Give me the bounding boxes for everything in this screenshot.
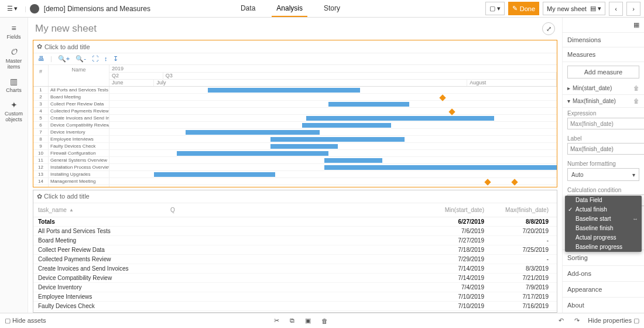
- milestone-icon[interactable]: [440, 94, 446, 101]
- gantt-bar[interactable]: [154, 172, 275, 177]
- col-task[interactable]: task_name: [38, 207, 67, 213]
- milestone-icon[interactable]: [448, 108, 455, 115]
- gantt-bar[interactable]: [328, 102, 409, 107]
- measure-max-finish[interactable]: ▾ Max(finish_date)🗑: [563, 95, 644, 108]
- chart-title-placeholder[interactable]: ✿ Click to add title: [33, 40, 557, 53]
- pivot-table[interactable]: ✿ Click to add title task_name ▲ Q Min(s…: [33, 190, 557, 313]
- table-row[interactable]: Board Meeting7/27/2019-: [33, 236, 557, 245]
- delete-icon[interactable]: 🗑: [633, 85, 639, 91]
- gantt-row[interactable]: 14Management Meeting: [33, 178, 557, 185]
- rail-master[interactable]: 𝓞Master items: [1, 43, 28, 73]
- area-data[interactable]: Data: [236, 1, 260, 17]
- add-measure-button[interactable]: Add measure: [567, 66, 639, 78]
- gantt-row[interactable]: 5Create Invoices and Send Invoices: [33, 115, 557, 122]
- gantt-row[interactable]: 8Employee Interviews: [33, 136, 557, 143]
- col-finish[interactable]: Max(finish_date): [490, 207, 554, 213]
- table-title-placeholder[interactable]: ✿ Click to add title: [33, 190, 557, 203]
- gantt-chart[interactable]: ✿ Click to add title 🖶| 🔍+ 🔍- ⛶ ↕ ↧ # Na…: [33, 40, 557, 187]
- expand-button[interactable]: ⤢: [542, 22, 555, 35]
- table-row[interactable]: All Ports and Services Tests7/6/20197/20…: [33, 227, 557, 236]
- redo-icon[interactable]: ↷: [572, 316, 582, 326]
- table-row[interactable]: Employee Interviews7/10/20197/17/2019: [33, 292, 557, 302]
- area-analysis[interactable]: Analysis: [272, 1, 307, 17]
- dropdown-option[interactable]: Actual finish: [565, 205, 642, 214]
- expression-input[interactable]: [567, 118, 644, 129]
- number-format-select[interactable]: Auto▾: [567, 168, 639, 181]
- gantt-row[interactable]: 3Collect Peer Review Data: [33, 101, 557, 108]
- rail-custom[interactable]: ✦Custom objects: [1, 97, 28, 126]
- gantt-bar[interactable]: [270, 144, 338, 149]
- gantt-row[interactable]: 4Collected Payments Review: [33, 108, 557, 115]
- done-button[interactable]: ✎ Done: [508, 2, 539, 15]
- gantt-bar[interactable]: [324, 158, 382, 163]
- custom-icon: ✦: [1, 100, 28, 110]
- zoom-in-icon[interactable]: 🔍+: [58, 55, 70, 63]
- gantt-bar[interactable]: [306, 116, 494, 121]
- collapse-all-icon[interactable]: ↧: [113, 55, 118, 63]
- gantt-row[interactable]: 6Device Compatibility Review: [33, 122, 557, 129]
- table-row[interactable]: Firewall Configuration7/3/20197/17/2019: [33, 311, 557, 312]
- milestone-icon[interactable]: [511, 179, 518, 185]
- fit-icon[interactable]: ⛶: [92, 55, 98, 63]
- col-start[interactable]: Min(start_date): [426, 207, 490, 213]
- gantt-row[interactable]: 9Faulty Devices Check: [33, 143, 557, 150]
- gantt-row[interactable]: 10Firewall Configuration: [33, 150, 557, 157]
- rail-charts[interactable]: ▥Charts: [1, 73, 28, 97]
- gantt-row[interactable]: 2Board Meeting: [33, 94, 557, 101]
- gantt-row[interactable]: 15Meeting: [33, 185, 557, 187]
- measure-min-start[interactable]: ▸ Min(start_date)🗑: [563, 82, 644, 95]
- gantt-row[interactable]: 13Installing Upgrades: [33, 171, 557, 178]
- rail-fields[interactable]: ≡Fields: [1, 20, 28, 43]
- gantt-bar[interactable]: [270, 137, 405, 142]
- dimensions-section[interactable]: Dimensions: [563, 33, 644, 47]
- cut-icon[interactable]: ✂: [272, 316, 282, 326]
- gantt-row[interactable]: 11General Systems Overview: [33, 157, 557, 164]
- table-row[interactable]: Collect Peer Review Data7/18/20197/25/20…: [33, 245, 557, 255]
- gantt-bar[interactable]: [324, 165, 557, 170]
- table-row[interactable]: Create Invoices and Send Invoices7/14/20…: [33, 264, 557, 274]
- global-menu[interactable]: ☰ ▾: [4, 2, 21, 15]
- delete-icon[interactable]: 🗑: [633, 98, 639, 104]
- appearance-section[interactable]: Appearance: [563, 281, 644, 297]
- expand-all-icon[interactable]: ↕: [104, 55, 108, 63]
- dropdown-option[interactable]: Actual progress: [565, 233, 642, 242]
- copy-icon[interactable]: ⧉: [287, 316, 297, 326]
- sheet-selector[interactable]: My new sheet ▤ ▾: [543, 2, 605, 15]
- dropdown-option[interactable]: Baseline start: [565, 214, 642, 224]
- data-field-dropdown[interactable]: Data FieldActual finishBaseline startBas…: [565, 196, 642, 252]
- table-icon[interactable]: ▦: [633, 21, 639, 29]
- gantt-bar[interactable]: [208, 88, 360, 93]
- hide-properties-toggle[interactable]: Hide properties ▢: [588, 317, 639, 324]
- prev-sheet-button[interactable]: ‹: [609, 2, 623, 16]
- gantt-bar[interactable]: [302, 123, 392, 128]
- gantt-row[interactable]: 12Installation Process Overview: [33, 164, 557, 171]
- sorting-section[interactable]: Sorting: [563, 250, 644, 265]
- undo-icon[interactable]: ↶: [556, 316, 566, 326]
- gantt-bar[interactable]: [186, 130, 320, 135]
- delete-icon[interactable]: 🗑: [319, 316, 330, 326]
- dropdown-option[interactable]: Baseline finish: [565, 224, 642, 233]
- paste-icon[interactable]: ▣: [303, 316, 313, 326]
- table-row[interactable]: Device Compatibility Review7/14/20197/21…: [33, 274, 557, 283]
- hide-assets-toggle[interactable]: ▢ Hide assets: [5, 317, 46, 324]
- zoom-out-icon[interactable]: 🔍-: [76, 55, 86, 63]
- area-story[interactable]: Story: [319, 1, 345, 17]
- sheet-title[interactable]: My new sheet: [35, 23, 97, 35]
- milestone-icon[interactable]: [484, 179, 491, 185]
- search-icon[interactable]: Q: [170, 207, 175, 213]
- about-section[interactable]: About: [563, 297, 644, 313]
- dropdown-option[interactable]: Data Field: [565, 196, 642, 205]
- table-row[interactable]: Collected Payments Review7/29/2019-: [33, 255, 557, 264]
- table-row[interactable]: Device Inventory7/4/20197/9/2019: [33, 283, 557, 292]
- bookmark-button[interactable]: ▢ ▾: [485, 2, 505, 15]
- dropdown-option[interactable]: Baseline progress: [565, 242, 642, 252]
- label-input[interactable]: [567, 143, 644, 155]
- measures-section[interactable]: Measures: [563, 47, 644, 62]
- addons-section[interactable]: Add-ons: [563, 265, 644, 281]
- next-sheet-button[interactable]: ›: [626, 2, 640, 16]
- print-icon[interactable]: 🖶: [38, 55, 44, 63]
- gantt-bar[interactable]: [177, 151, 329, 156]
- gantt-row[interactable]: 1All Ports and Services Tests: [33, 87, 557, 94]
- gantt-row[interactable]: 7Device Inventory: [33, 129, 557, 136]
- table-row[interactable]: Faulty Devices Check7/10/20197/16/2019: [33, 302, 557, 311]
